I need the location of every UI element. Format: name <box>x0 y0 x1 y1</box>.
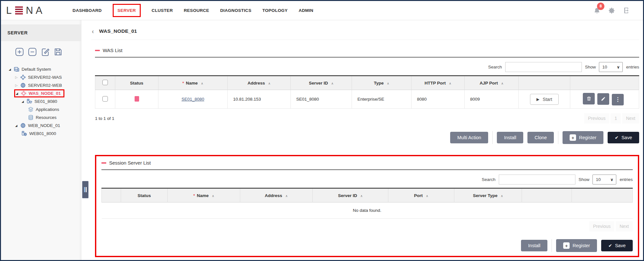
col-address[interactable]: Address∧ <box>240 188 313 203</box>
session-table: Status *Name∧ Address∧ Server ID∧ Port∧ … <box>101 188 633 219</box>
was-node-icon <box>21 91 26 96</box>
previous-button[interactable]: Previous <box>589 221 614 231</box>
save-button[interactable]: ✔ Save <box>608 132 639 143</box>
was-table: Status *Name∧ Address∧ Server ID∧ Type∧ … <box>95 75 639 109</box>
app-window: L N A DASHBOARD SERVER CLUSTER RESOURCE … <box>0 0 644 261</box>
col-type[interactable]: Type∧ <box>352 76 412 90</box>
next-button[interactable]: Next <box>622 113 639 123</box>
col-actions-2 <box>570 76 639 90</box>
tree-collapsed-icon[interactable]: ▷ <box>15 84 20 87</box>
tree-item-resources[interactable]: Resources <box>1 113 80 122</box>
clone-button[interactable]: Clone <box>527 132 554 143</box>
install-button[interactable]: Install <box>497 132 523 143</box>
col-empty <box>102 188 121 203</box>
edit-button[interactable] <box>597 93 609 105</box>
session-list-title: Session Server List <box>101 160 633 166</box>
col-server-id[interactable]: Server ID∧ <box>313 188 388 203</box>
col-status: Status <box>115 76 158 90</box>
resources-icon <box>28 115 33 120</box>
col-address[interactable]: Address∧ <box>228 76 291 90</box>
nav-item-topology[interactable]: TOPOLOGY <box>262 5 288 16</box>
sort-caret-icon: ∧ <box>360 194 363 198</box>
tree-item-applications[interactable]: Applications <box>1 105 80 113</box>
notification-badge: 8 <box>597 3 604 10</box>
tree-add-icon[interactable] <box>15 48 24 56</box>
nav-item-server[interactable]: SERVER <box>113 4 141 17</box>
select-all-checkbox[interactable] <box>102 80 108 85</box>
tree-expanded-icon[interactable]: ◢ <box>15 124 20 127</box>
tree-item-server02-web[interactable]: ▷ SERVER02-WEB <box>1 81 80 89</box>
delete-button[interactable] <box>583 93 595 104</box>
nav-item-resource[interactable]: RESOURCE <box>184 5 209 16</box>
chevron-down-icon: ∨ <box>617 65 620 69</box>
page-1-button[interactable]: 1 <box>611 113 621 123</box>
col-port[interactable]: Port∧ <box>388 188 454 203</box>
chevron-down-icon: ∨ <box>611 177 613 182</box>
tree-item-label: SE01_8080 <box>34 99 57 104</box>
plus-icon: + <box>570 134 576 141</box>
was-row-summary: 1 to 1 of 1 <box>95 116 114 121</box>
col-status: Status <box>121 188 168 203</box>
col-name[interactable]: *Name∧ <box>158 76 228 90</box>
col-ajp-port[interactable]: AJP Port∧ <box>465 76 519 90</box>
was-page-size-select[interactable]: 10 ∨ <box>599 62 623 72</box>
logout-door-icon[interactable] <box>622 6 631 15</box>
settings-gear-icon[interactable] <box>608 6 616 15</box>
tree-item-label: SERVER02-WAS <box>28 75 62 80</box>
play-icon: ▶ <box>536 97 539 102</box>
tree-item-se01-8080[interactable]: ◢ SE01_8080 <box>1 97 80 105</box>
session-search-input[interactable] <box>499 175 575 184</box>
tree-remove-icon[interactable] <box>28 48 37 56</box>
cell-ajp-port: 8009 <box>465 90 519 109</box>
sort-caret-icon: ∧ <box>387 82 389 85</box>
previous-button[interactable]: Previous <box>584 113 609 123</box>
nav-item-dashboard[interactable]: DASHBOARD <box>72 5 101 16</box>
sidebar-collapse-handle[interactable] <box>82 181 89 198</box>
tree-item-web-node-01[interactable]: ◢ WEB_NODE_01 <box>1 122 80 130</box>
lena-logo: L N A <box>6 5 43 16</box>
system-icon <box>14 67 19 72</box>
tree-expanded-icon[interactable]: ◢ <box>9 68 14 71</box>
multi-action-button[interactable]: Multi Action <box>450 132 488 143</box>
nav-item-admin[interactable]: ADMIN <box>298 5 313 16</box>
chevron-left-icon[interactable]: ‹ <box>92 28 94 34</box>
web-node-icon <box>20 123 26 128</box>
logo-letter: L <box>6 5 12 16</box>
start-button[interactable]: ▶ Start <box>530 94 559 105</box>
register-button[interactable]: + Register <box>556 239 597 252</box>
notifications-bell-icon[interactable]: 8 <box>593 6 601 15</box>
row-checkbox[interactable] <box>102 96 108 102</box>
session-page-size-select[interactable]: 10 ∨ <box>592 175 616 184</box>
was-node-icon <box>20 75 26 80</box>
col-server-id[interactable]: Server ID∧ <box>291 76 352 90</box>
cell-http-port: 8080 <box>412 90 465 109</box>
install-button[interactable]: Install <box>521 240 547 251</box>
more-actions-button[interactable]: ⋮ <box>612 94 624 105</box>
server-name-link[interactable]: SE01_8080 <box>182 97 204 102</box>
register-button[interactable]: + Register <box>563 131 603 144</box>
nav-item-diagnostics[interactable]: DIAGNOSTICS <box>220 5 251 16</box>
tree-collapsed-icon[interactable]: ▷ <box>15 76 20 79</box>
tree-item-was-node-01[interactable]: ◢ WAS_NODE_01 <box>1 89 80 97</box>
sort-caret-icon: ∧ <box>201 82 203 85</box>
was-search-input[interactable] <box>505 62 582 72</box>
col-server-type[interactable]: Server Type∧ <box>454 188 522 203</box>
select-all-header[interactable] <box>95 76 115 90</box>
tree-expanded-icon[interactable]: ◢ <box>22 100 27 103</box>
nav-item-cluster[interactable]: CLUSTER <box>152 5 173 16</box>
sort-caret-icon: ∧ <box>426 194 428 198</box>
web-instance-icon <box>22 131 27 136</box>
tree-item-default-system[interactable]: ◢ Default System <box>1 65 80 73</box>
tree-item-server02-was[interactable]: ▷ SERVER02-WAS <box>1 73 80 81</box>
button-separator <box>492 131 493 144</box>
tree-save-icon[interactable] <box>54 48 62 56</box>
col-name[interactable]: *Name∧ <box>168 188 240 203</box>
col-http-port[interactable]: HTTP Port∧ <box>412 76 465 90</box>
tree-expanded-icon[interactable]: ◢ <box>16 92 21 95</box>
tree-item-web01-8000[interactable]: WEB01_8000 <box>1 130 80 138</box>
next-button[interactable]: Next <box>616 221 633 231</box>
save-button[interactable]: ✔ Save <box>601 240 633 251</box>
tree-edit-icon[interactable] <box>41 48 50 56</box>
plus-icon: + <box>563 242 570 249</box>
col-actions-2 <box>572 188 633 203</box>
